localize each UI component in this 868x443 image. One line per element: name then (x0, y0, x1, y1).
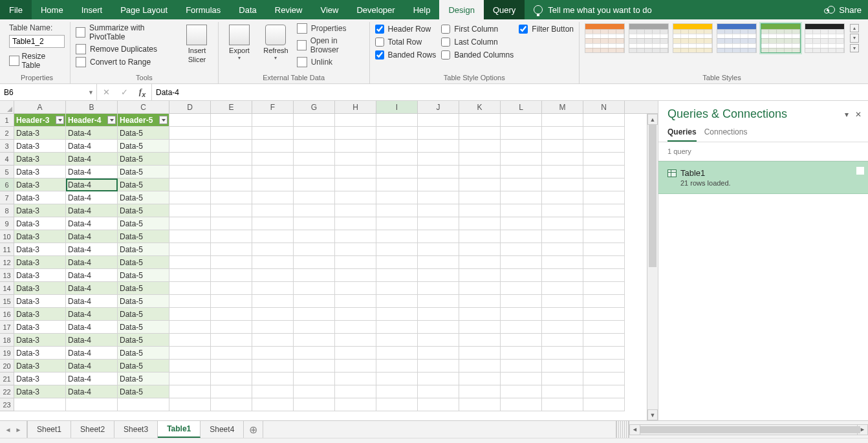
cell[interactable] (418, 243, 459, 256)
sheet-tab-sheet4[interactable]: Sheet4 (201, 421, 244, 438)
cell[interactable]: Data-5 (118, 269, 169, 282)
cell[interactable] (583, 334, 625, 347)
row-header[interactable]: 13 (0, 269, 14, 282)
query-item[interactable]: Table1 21 rows loaded. (658, 161, 868, 194)
cell[interactable] (459, 398, 501, 411)
cell[interactable] (335, 153, 376, 166)
row-header[interactable]: 4 (0, 153, 14, 166)
cell[interactable] (294, 114, 335, 127)
cell[interactable] (542, 217, 583, 230)
cell[interactable] (169, 243, 211, 256)
cell[interactable] (583, 269, 625, 282)
sheet-nav[interactable]: ◄► (0, 421, 27, 438)
cell[interactable] (418, 398, 459, 411)
resize-table-button[interactable]: Resize Table (9, 50, 65, 70)
cell[interactable] (335, 398, 376, 411)
cell[interactable] (335, 243, 376, 256)
cell[interactable] (418, 321, 459, 334)
remove-duplicates-button[interactable]: Remove Duplicates (76, 44, 176, 54)
tab-formulas[interactable]: Formulas (177, 0, 230, 19)
cell[interactable] (418, 191, 459, 204)
column-header[interactable]: J (418, 101, 459, 113)
cell[interactable] (501, 114, 542, 127)
cell[interactable]: Data-5 (118, 140, 169, 153)
cell[interactable] (376, 385, 418, 398)
row-header[interactable]: 6 (0, 178, 14, 191)
select-all-corner[interactable] (0, 101, 14, 113)
cell[interactable] (542, 166, 583, 178)
cell[interactable] (418, 373, 459, 385)
cell[interactable] (459, 385, 501, 398)
cell[interactable]: Data-5 (118, 347, 169, 360)
cell[interactable] (459, 191, 501, 204)
table-style-swatch[interactable] (805, 23, 845, 53)
cell[interactable] (252, 140, 294, 153)
cell[interactable] (501, 373, 542, 385)
filter-dropdown-icon[interactable] (107, 116, 116, 124)
cell[interactable] (335, 373, 376, 385)
cell[interactable] (252, 373, 294, 385)
cell[interactable] (169, 295, 211, 308)
hscroll-thumb[interactable] (640, 426, 860, 433)
insert-slicer-button[interactable]: Insert Slicer (181, 22, 213, 63)
cell[interactable] (583, 127, 625, 140)
cell[interactable] (211, 385, 252, 398)
cell[interactable]: Data-3 (14, 347, 66, 360)
scroll-down-icon[interactable]: ▼ (647, 409, 658, 420)
total-row-checkbox[interactable] (375, 38, 384, 47)
cell[interactable]: Data-3 (14, 321, 66, 334)
cell[interactable] (211, 230, 252, 243)
column-header[interactable]: B (66, 101, 118, 113)
cell[interactable] (542, 204, 583, 217)
column-header[interactable]: L (501, 101, 542, 113)
cell[interactable] (252, 178, 294, 191)
cell[interactable]: Data-3 (14, 373, 66, 385)
cell[interactable]: Data-4 (66, 204, 118, 217)
row-header[interactable]: 16 (0, 308, 14, 321)
row-header[interactable]: 7 (0, 191, 14, 204)
cell[interactable] (418, 140, 459, 153)
cell[interactable] (459, 269, 501, 282)
cell[interactable] (252, 269, 294, 282)
cell[interactable] (211, 153, 252, 166)
row-header[interactable]: 20 (0, 360, 14, 373)
cell[interactable] (335, 140, 376, 153)
cell[interactable] (294, 191, 335, 204)
filter-dropdown-icon[interactable] (159, 116, 168, 124)
cell[interactable] (335, 166, 376, 178)
row-header[interactable]: 17 (0, 321, 14, 334)
cell[interactable]: Data-3 (14, 360, 66, 373)
cell[interactable] (169, 308, 211, 321)
pane-tab-queries[interactable]: Queries (667, 125, 697, 142)
cell[interactable] (376, 347, 418, 360)
cell[interactable] (211, 114, 252, 127)
cell[interactable]: Data-4 (66, 127, 118, 140)
tab-query[interactable]: Query (484, 0, 525, 19)
cell[interactable] (14, 398, 66, 411)
cell[interactable] (211, 282, 252, 295)
tab-view[interactable]: View (311, 0, 347, 19)
cell[interactable]: Data-3 (14, 295, 66, 308)
tab-design[interactable]: Design (439, 0, 483, 19)
cell[interactable] (294, 269, 335, 282)
cell[interactable] (376, 334, 418, 347)
row-header[interactable]: 22 (0, 385, 14, 398)
cell[interactable] (335, 230, 376, 243)
query-peek-icon[interactable] (856, 167, 864, 175)
cell[interactable] (294, 230, 335, 243)
chevron-down-icon[interactable]: ▼ (88, 89, 94, 96)
cell[interactable] (418, 360, 459, 373)
cell[interactable]: Data-3 (14, 282, 66, 295)
cell[interactable] (583, 256, 625, 269)
cell[interactable] (211, 204, 252, 217)
cell[interactable] (211, 295, 252, 308)
cell[interactable] (211, 373, 252, 385)
cell[interactable] (169, 373, 211, 385)
cell[interactable]: Data-3 (14, 308, 66, 321)
row-header[interactable]: 1 (0, 114, 14, 127)
cell[interactable]: Data-3 (14, 166, 66, 178)
cell[interactable]: Data-3 (14, 140, 66, 153)
cell[interactable] (252, 308, 294, 321)
cell[interactable] (169, 217, 211, 230)
cell[interactable] (542, 230, 583, 243)
